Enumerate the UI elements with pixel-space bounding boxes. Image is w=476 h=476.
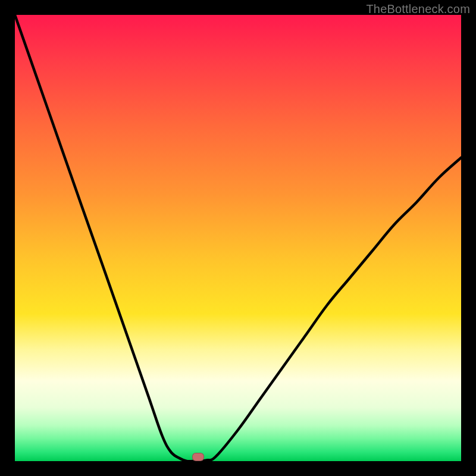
chart-frame: TheBottleneck.com xyxy=(0,0,476,476)
bottleneck-marker xyxy=(192,453,204,461)
watermark-text: TheBottleneck.com xyxy=(366,2,470,16)
bottleneck-curve xyxy=(15,15,461,461)
plot-area xyxy=(15,15,461,461)
